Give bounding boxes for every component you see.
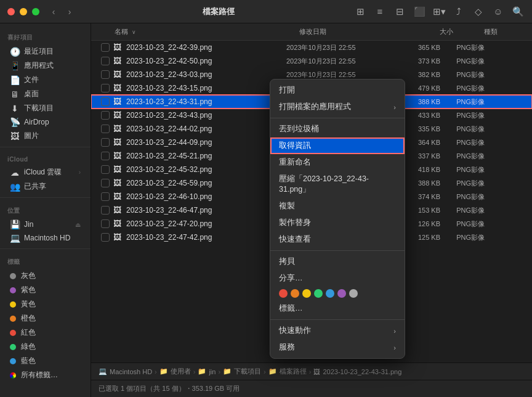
- sidebar-tag-orange[interactable]: 橙色: [2, 311, 88, 325]
- view-columns-icon[interactable]: ⊟: [393, 5, 406, 18]
- recents-icon: 🕐: [10, 47, 20, 57]
- color-dot-orange[interactable]: [291, 289, 299, 298]
- ctx-tags[interactable]: 標籤…: [270, 300, 405, 317]
- sidebar-item-airdrop[interactable]: 📡 AirDrop: [2, 115, 88, 129]
- file-png-icon: 🖼: [113, 192, 123, 202]
- search-icon[interactable]: 🔍: [511, 5, 525, 18]
- sidebar-item-label: AirDrop: [24, 118, 81, 126]
- sidebar-item-label: 已共享: [24, 181, 81, 192]
- file-icon: 🖼: [313, 368, 320, 375]
- ctx-services[interactable]: 服務 ›: [270, 339, 405, 356]
- tag-icon[interactable]: ◇: [472, 5, 485, 18]
- breadcrumb-item[interactable]: 📁 使用者: [159, 367, 191, 376]
- maximize-button[interactable]: [32, 8, 39, 15]
- file-checkbox[interactable]: [101, 179, 110, 187]
- col-name-header[interactable]: 名稱 ∨: [115, 27, 299, 36]
- eject-icon[interactable]: ⏏: [75, 221, 81, 228]
- emoji-icon[interactable]: ☺: [491, 5, 505, 18]
- sidebar-item-recents[interactable]: 🕐 最近項目: [2, 44, 88, 59]
- file-checkbox[interactable]: [101, 97, 110, 106]
- file-size: 382 KB: [391, 71, 440, 78]
- ctx-copy[interactable]: 複製: [270, 198, 405, 215]
- breadcrumb-item[interactable]: 📁 檔案路徑: [268, 367, 307, 376]
- breadcrumb-item[interactable]: 📁 jin: [198, 367, 216, 375]
- tag-label: 黃色: [21, 299, 36, 309]
- sidebar-item-jin[interactable]: 💾 Jin ⏏: [2, 218, 88, 231]
- ctx-open[interactable]: 打開: [270, 82, 405, 99]
- file-kind: PNG影像: [440, 179, 490, 188]
- sidebar-tag-purple[interactable]: 紫色: [2, 283, 88, 297]
- ctx-copy2[interactable]: 拷貝: [270, 253, 405, 270]
- context-menu[interactable]: 打開 打開檔案的應用程式 › 丟到垃圾桶 取得資訊 重新命名 壓縮「2023-1…: [270, 79, 405, 359]
- breadcrumb-item[interactable]: 🖼 2023-10-23_22-43-31.png: [313, 368, 401, 375]
- ctx-open-with[interactable]: 打開檔案的應用程式 ›: [270, 99, 405, 115]
- file-checkbox[interactable]: [101, 125, 110, 133]
- sidebar-tag-all[interactable]: 所有標籤…: [2, 368, 88, 382]
- ctx-get-info[interactable]: 取得資訊: [270, 137, 405, 154]
- sidebar-tag-yellow[interactable]: 黃色: [2, 297, 88, 311]
- file-checkbox[interactable]: [101, 84, 110, 92]
- color-dot-gray[interactable]: [349, 289, 358, 298]
- sidebar-item-downloads[interactable]: ⬇ 下載項目: [2, 101, 88, 115]
- file-kind: PNG影像: [440, 192, 490, 202]
- ctx-rename[interactable]: 重新命名: [270, 154, 405, 171]
- file-checkbox[interactable]: [101, 138, 110, 147]
- statusbar: 已選取 1 個項目（共 15 個）・353.19 GB 可用: [91, 380, 532, 397]
- color-dot-red[interactable]: [279, 289, 288, 298]
- file-checkbox[interactable]: [101, 57, 110, 65]
- sidebar-item-desktop[interactable]: 🖥 桌面: [2, 87, 88, 101]
- color-dot-yellow[interactable]: [302, 289, 311, 298]
- back-button[interactable]: ‹: [47, 5, 60, 18]
- file-checkbox[interactable]: [101, 192, 110, 201]
- breadcrumb-label: 2023-10-23_22-43-31.png: [323, 368, 401, 375]
- sidebar-tag-blue[interactable]: 藍色: [2, 354, 88, 368]
- col-size-header[interactable]: 大小: [404, 27, 453, 36]
- file-checkbox[interactable]: [101, 165, 110, 174]
- close-button[interactable]: [7, 8, 15, 15]
- sidebar-item-docs[interactable]: 📄 文件: [2, 73, 88, 87]
- view-list-icon[interactable]: ≡: [373, 5, 387, 18]
- breadcrumb-sep: ›: [309, 368, 312, 375]
- folder-icon: 📁: [223, 367, 232, 375]
- color-dot-blue[interactable]: [326, 289, 334, 298]
- sidebar-item-icloud-drive[interactable]: ☁ iCloud 雲碟 ›: [2, 165, 88, 179]
- ctx-quicklook[interactable]: 快速查看: [270, 231, 405, 248]
- ctx-trash[interactable]: 丟到垃圾桶: [270, 121, 405, 137]
- file-checkbox[interactable]: [101, 233, 110, 242]
- col-kind-header[interactable]: 種類: [453, 27, 502, 36]
- table-row[interactable]: 🖼 2023-10-23_22-42-39.png 2023年10月23日 22…: [91, 41, 532, 54]
- ctx-color-dots[interactable]: [270, 287, 405, 300]
- file-checkbox[interactable]: [101, 219, 110, 228]
- sidebar-tag-red[interactable]: 紅色: [2, 325, 88, 340]
- file-checkbox[interactable]: [101, 43, 110, 52]
- ctx-alias[interactable]: 製作替身: [270, 215, 405, 231]
- sidebar-item-shared[interactable]: 👥 已共享: [2, 179, 88, 194]
- table-row[interactable]: 🖼 2023-10-23_22-42-50.png 2023年10月23日 22…: [91, 54, 532, 68]
- sidebar-item-photos[interactable]: 🖼 圖片: [2, 129, 88, 143]
- color-dot-purple[interactable]: [337, 289, 346, 298]
- breadcrumb-item[interactable]: 📁 下載項目: [223, 367, 261, 376]
- share-icon[interactable]: ⤴: [452, 5, 465, 18]
- sidebar-tag-green[interactable]: 綠色: [2, 340, 88, 354]
- file-checkbox[interactable]: [101, 206, 110, 215]
- tag-color-dot: [10, 330, 16, 336]
- col-date-header[interactable]: 修改日期: [299, 27, 404, 36]
- forward-button[interactable]: ›: [63, 5, 76, 18]
- sidebar-item-apps[interactable]: 📱 應用程式: [2, 59, 88, 73]
- ctx-quick-actions[interactable]: 快速動作 ›: [270, 322, 405, 339]
- file-checkbox[interactable]: [101, 152, 110, 160]
- color-dot-green[interactable]: [314, 289, 323, 298]
- breadcrumb-item[interactable]: 💻 Macintosh HD: [99, 367, 152, 375]
- file-checkbox[interactable]: [101, 70, 110, 79]
- file-checkbox[interactable]: [101, 111, 110, 120]
- sidebar-item-macintosh[interactable]: 💻 Macintosh HD: [2, 231, 88, 245]
- ctx-compress[interactable]: 壓縮「2023-10-23_22-43-31.png」: [270, 171, 405, 198]
- sidebar-tag-gray[interactable]: 灰色: [2, 269, 88, 283]
- minimize-button[interactable]: [20, 8, 27, 15]
- tag-color-dot: [10, 344, 16, 350]
- view-gallery-icon[interactable]: ⬛: [413, 5, 426, 18]
- view-grid-icon[interactable]: ⊞: [353, 5, 367, 18]
- view-more-icon[interactable]: ⊞▾: [432, 5, 446, 18]
- tag-label: 橙色: [21, 313, 36, 324]
- ctx-share[interactable]: 分享…: [270, 270, 405, 287]
